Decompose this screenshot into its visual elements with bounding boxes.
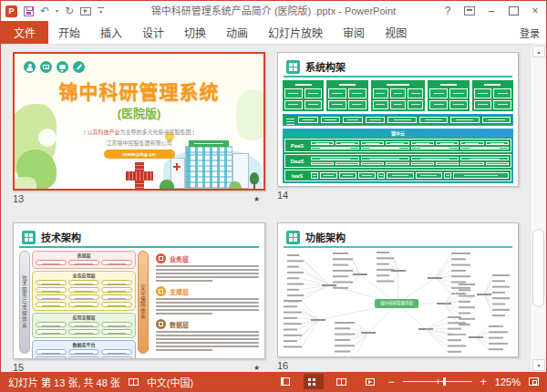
slide13-website-pill: www.jzkg.cn xyxy=(104,150,175,159)
undo-dropdown-icon[interactable]: ▾ xyxy=(56,8,58,14)
slide-position-text: 幻灯片 第 13 张, 共 48 张 xyxy=(8,375,120,389)
slide16-number: 16 xyxy=(277,360,288,371)
redo-icon[interactable]: ↻ xyxy=(65,5,74,16)
undo-icon[interactable]: ↶ xyxy=(40,5,49,16)
title-divider xyxy=(284,246,512,248)
ribbon-display-icon xyxy=(464,6,475,15)
camera-icon xyxy=(40,61,52,73)
bush-shape xyxy=(160,180,174,189)
user-icon xyxy=(24,61,36,73)
title-divider xyxy=(284,76,512,77)
slide-thumbnail-16[interactable]: 功能架构 锦中科研管理系统 xyxy=(277,222,519,357)
maximize-icon xyxy=(509,6,519,15)
scrollbar-thumb[interactable] xyxy=(532,229,544,307)
paas-label: PaaS xyxy=(285,139,309,151)
slide15-animation-star: ★ xyxy=(253,364,260,372)
daas-label: DaaS xyxy=(285,155,309,167)
building-main xyxy=(185,146,232,189)
slide-thumbnail-14[interactable]: 系统构架 锦中云 PaaS xyxy=(277,52,519,187)
normal-view-button[interactable] xyxy=(275,374,295,389)
slide-sorter-icon xyxy=(308,378,311,381)
save-icon[interactable] xyxy=(24,6,34,16)
slide-sorter-view-button[interactable] xyxy=(304,374,324,389)
red-seal-graphic xyxy=(126,162,153,190)
slide13-tagline: [ 以高科技产业为主导的多元化投资控股集团 ] xyxy=(15,128,263,136)
reading-view-button[interactable] xyxy=(332,374,352,389)
slide16-title: 功能架构 xyxy=(305,230,346,244)
system-architecture-diagram: 锦中云 PaaS DaaS xyxy=(283,80,513,183)
grid-icon xyxy=(286,231,300,244)
slide15-title: 技术架构 xyxy=(41,230,81,244)
slide-thumbnail-13[interactable]: 锦中科研管理系统 (医院版) [ 以高科技产业为主导的多元化投资控股集团 ] 江… xyxy=(13,52,265,191)
quick-access-toolbar: P ↶ ▾ ↻ ▾ xyxy=(1,5,104,17)
slide14-title: 系统构架 xyxy=(305,59,346,74)
leaf-decoration xyxy=(13,177,36,191)
vertical-scrollbar[interactable]: ▴ ▾ xyxy=(530,45,546,372)
grid-icon xyxy=(22,231,36,244)
note-icon xyxy=(156,286,166,296)
title-slide-icons xyxy=(24,61,85,73)
powerpoint-icon: P xyxy=(5,5,17,17)
tab-home[interactable]: 开始 xyxy=(48,21,90,44)
slideshow-icon xyxy=(366,378,375,386)
slide13-subtitle: (医院版) xyxy=(15,104,263,121)
sign-in-link[interactable]: 登录 xyxy=(520,26,540,40)
fit-to-window-icon[interactable] xyxy=(529,377,539,386)
customize-qat-icon[interactable]: ▾ xyxy=(98,7,104,15)
ribbon-display-options-button[interactable] xyxy=(459,2,480,20)
normal-view-icon xyxy=(281,377,290,386)
slideshow-view-button[interactable] xyxy=(360,374,380,389)
tab-transitions[interactable]: 切换 xyxy=(174,21,216,44)
pencil-icon xyxy=(73,61,85,73)
slide13-animation-star: ★ xyxy=(253,195,260,203)
tree-shape xyxy=(249,172,260,189)
tab-slideshow[interactable]: 幻灯片放映 xyxy=(258,21,333,44)
zoom-slider-thumb[interactable] xyxy=(443,377,446,386)
start-slideshow-icon[interactable] xyxy=(80,7,91,15)
zoom-in-button[interactable]: + xyxy=(480,377,487,387)
tab-file[interactable]: 文件 xyxy=(1,21,48,44)
right-pillar: 安全保障体系 xyxy=(138,251,149,354)
close-button[interactable]: × xyxy=(524,2,546,20)
language-text[interactable]: 中文(中国) xyxy=(147,375,193,389)
status-bar: 幻灯片 第 13 张, 共 48 张 中文(中国) − + 125% xyxy=(1,372,546,391)
maximize-button[interactable] xyxy=(502,2,524,20)
zoom-out-button[interactable]: − xyxy=(388,377,395,387)
collapse-ribbon-button[interactable]: ▴ xyxy=(532,46,545,57)
note-icon xyxy=(156,253,166,263)
powerpoint-window: 锦中科研管理系统产品简介 (医院版) .pptx - PowerPoint P … xyxy=(0,0,547,392)
mindmap-center-node: 锦中科研管理系统 xyxy=(375,299,418,308)
slide13-number: 13 xyxy=(13,193,24,204)
chat-icon xyxy=(57,61,68,73)
zoom-slider-tick xyxy=(438,379,439,384)
slide13-company: 江苏锦中控股集团有限公司 xyxy=(15,139,263,147)
reading-view-icon xyxy=(336,378,346,386)
tab-animations[interactable]: 动画 xyxy=(216,21,258,44)
iaas-label: IaaS xyxy=(285,170,309,181)
scroll-down-button[interactable]: ▾ xyxy=(532,359,545,371)
note-icon xyxy=(156,319,166,329)
slide14-number: 14 xyxy=(277,190,288,201)
slide13-title: 锦中科研管理系统 xyxy=(15,77,263,104)
minimize-button[interactable]: – xyxy=(480,2,502,20)
tab-view[interactable]: 视图 xyxy=(375,21,417,44)
tab-review[interactable]: 审阅 xyxy=(333,21,375,44)
tech-architecture-diagram: 技术服务与支撑体系 表现层 业务应用层 应用支撑层 xyxy=(19,251,149,354)
window-controls: ? – × xyxy=(437,2,546,20)
title-bar: 锦中科研管理系统产品简介 (医院版) .pptx - PowerPoint P … xyxy=(1,1,546,21)
red-cross-icon xyxy=(173,163,181,170)
proofing-book-icon[interactable] xyxy=(129,378,139,386)
tab-insert[interactable]: 插入 xyxy=(90,21,132,44)
grid-icon xyxy=(286,60,300,74)
layer-notes: 业务层 支撑层 数据层 xyxy=(156,253,259,356)
title-divider xyxy=(19,246,259,248)
zoom-slider[interactable] xyxy=(403,381,472,382)
left-pillar: 技术服务与支撑体系 xyxy=(19,251,30,354)
tab-design[interactable]: 设计 xyxy=(132,21,174,44)
zoom-level[interactable]: 125% xyxy=(495,377,521,387)
slide-sorter-canvas: 锦中科研管理系统 (医院版) [ 以高科技产业为主导的多元化投资控股集团 ] 江… xyxy=(1,45,546,372)
slide-thumbnail-15[interactable]: 技术架构 技术服务与支撑体系 表现层 业务应用层 xyxy=(13,222,265,359)
help-button[interactable]: ? xyxy=(437,2,459,20)
bush-shape xyxy=(229,181,242,189)
cloud-platform-header: 锦中云 xyxy=(284,129,512,138)
